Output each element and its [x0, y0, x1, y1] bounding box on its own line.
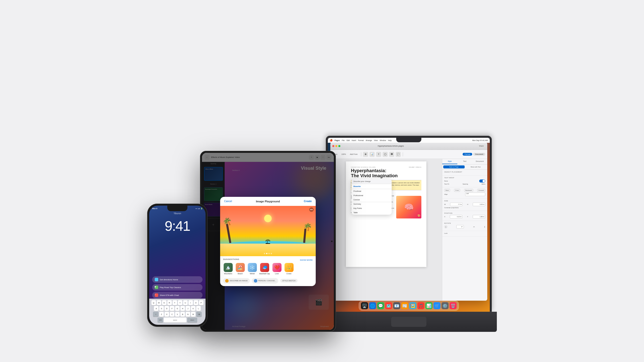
tab-style[interactable]: Style [442, 159, 457, 164]
back-button[interactable]: Back [444, 189, 450, 192]
suggestion-love[interactable]: ❤️ Love [272, 263, 282, 275]
image-more-button[interactable]: ••• [309, 207, 314, 212]
menu-edit[interactable]: Edit [347, 140, 350, 141]
key-p[interactable]: P [199, 300, 204, 305]
key-f[interactable]: F [170, 306, 174, 311]
key-n[interactable]: N [186, 312, 190, 317]
menu-window[interactable]: Window [380, 140, 386, 141]
front-button[interactable]: Front [454, 189, 460, 192]
key-m[interactable]: M [191, 312, 195, 317]
popover-table[interactable]: Table [351, 210, 392, 215]
subtab-move-with-text[interactable]: Move with Text [465, 165, 487, 168]
key-delete[interactable]: ⌫ [196, 312, 202, 317]
menu-file[interactable]: File [342, 140, 345, 141]
dock-music[interactable]: 🎵 [417, 302, 424, 309]
key-d[interactable]: D [165, 306, 169, 311]
popover-summary[interactable]: Summary [351, 202, 392, 206]
key-u[interactable]: U [183, 300, 188, 305]
dock-finder[interactable]: 🖥️ [361, 302, 368, 309]
siri-suggestion-music[interactable]: ▶ Play Road Trip Classics [152, 284, 203, 291]
share-button[interactable]: Share [477, 145, 485, 147]
format-button[interactable]: Format [463, 153, 472, 156]
person-button[interactable]: PERSON / CHOOSE... [252, 278, 278, 284]
dock-news[interactable]: 📰 [401, 302, 408, 309]
dock-mail[interactable]: 📧 [393, 302, 400, 309]
key-e[interactable]: E [162, 300, 167, 305]
key-r[interactable]: R [167, 300, 172, 305]
cancel-button[interactable]: Cancel [224, 200, 232, 203]
dock-photos[interactable]: 🖼️ [409, 302, 416, 309]
suggestion-crown[interactable]: 👑 Crown [284, 263, 294, 275]
key-s[interactable]: S [159, 306, 164, 311]
menu-format[interactable]: Format [358, 140, 364, 141]
minimize-button[interactable] [335, 145, 337, 147]
width-input[interactable] [450, 203, 463, 206]
close-button[interactable] [332, 145, 334, 147]
macbook-trackpad[interactable] [391, 317, 426, 327]
tool-comment[interactable]: 💬 [396, 152, 401, 157]
key-b[interactable]: B [180, 312, 185, 317]
key-space[interactable]: space [164, 318, 186, 323]
align-select[interactable]: Left [465, 193, 485, 196]
menu-view[interactable]: View [374, 140, 378, 141]
popover-proofread[interactable]: Proofread [351, 189, 392, 193]
menu-arrange[interactable]: Arrange [366, 140, 372, 141]
key-x[interactable]: X [165, 312, 169, 317]
tool-chart[interactable]: 📊 [370, 152, 375, 157]
subtab-style-on-page[interactable]: Style on Page [443, 165, 465, 168]
tool-media[interactable]: 🖼 [389, 152, 394, 157]
key-h[interactable]: H [180, 306, 185, 311]
tool-text[interactable]: T [376, 152, 381, 157]
backward-button[interactable]: Backward [464, 189, 473, 192]
tool-shape[interactable]: ◯ [383, 152, 388, 157]
dock-appstore[interactable]: 🛒 [433, 302, 440, 309]
flip-v-icon[interactable]: ↕ [484, 225, 485, 228]
suggestion-beach[interactable]: 🏖️ Beach [235, 263, 245, 275]
key-c[interactable]: C [170, 312, 174, 317]
key-z[interactable]: Z [159, 312, 164, 317]
key-g[interactable]: G [175, 306, 180, 311]
style-sketch-button[interactable]: STYLE SKETCH [280, 279, 298, 283]
y-input[interactable] [473, 215, 485, 218]
dock-settings[interactable]: ⚙️ [441, 302, 449, 309]
key-i[interactable]: I [188, 300, 193, 305]
dock-numbers[interactable]: 📊 [425, 302, 432, 309]
key-a[interactable]: A [154, 306, 158, 311]
show-more-button[interactable]: SHOW MORE [300, 259, 313, 261]
key-k[interactable]: K [191, 306, 195, 311]
suggestion-baseball[interactable]: 🧢 Baseball Cap [259, 263, 270, 275]
suggestion-winter[interactable]: ❄️ Winter [247, 263, 257, 275]
key-l[interactable]: L [196, 306, 201, 311]
dock-trash[interactable]: 🗑️ [450, 302, 457, 309]
tool-addfrom[interactable]: Add From [349, 153, 359, 156]
tool-zoom[interactable]: 100% [340, 153, 347, 156]
x-input[interactable] [450, 215, 462, 218]
create-button[interactable]: Create [304, 200, 312, 203]
key-o[interactable]: O [194, 300, 198, 305]
angle-input[interactable] [456, 225, 464, 229]
apple-menu[interactable]: 🍎 [330, 139, 333, 142]
suggestion-mountains[interactable]: 🏔️ Mountains [223, 263, 233, 275]
flip-h-icon[interactable]: ↔ [473, 225, 475, 228]
zoom-button[interactable] [338, 145, 340, 147]
key-j[interactable]: J [186, 306, 190, 311]
document-button[interactable]: Document [473, 153, 485, 156]
tab-text[interactable]: Text [457, 159, 472, 164]
app-menu-pages[interactable]: Pages [335, 140, 340, 141]
dock-maps[interactable]: 🗺️ [385, 302, 392, 309]
key-v[interactable]: V [175, 312, 180, 317]
dock-safari[interactable]: 🌐 [369, 302, 376, 309]
forward-button[interactable]: Forward [477, 189, 485, 192]
rewrite-option[interactable]: Rewrite [351, 184, 392, 189]
key-shift[interactable]: ⇧ [153, 312, 158, 317]
key-w[interactable]: W [157, 300, 161, 305]
siri-suggestion-directions[interactable]: Get directions Home [152, 276, 203, 283]
siri-suggestion-share[interactable]: ↑ Share ETA with Chad [152, 292, 203, 298]
popover-keypoints[interactable]: Key Points [351, 206, 392, 210]
popover-professional[interactable]: Professional [351, 193, 392, 198]
text-wrap-toggle[interactable] [479, 179, 485, 183]
key-123[interactable]: 123 [157, 318, 163, 323]
describe-image-button[interactable]: DESCRIBE AN IMAGE [223, 278, 250, 284]
popover-concise[interactable]: Concise [351, 198, 392, 202]
menu-help[interactable]: Help [388, 140, 392, 141]
